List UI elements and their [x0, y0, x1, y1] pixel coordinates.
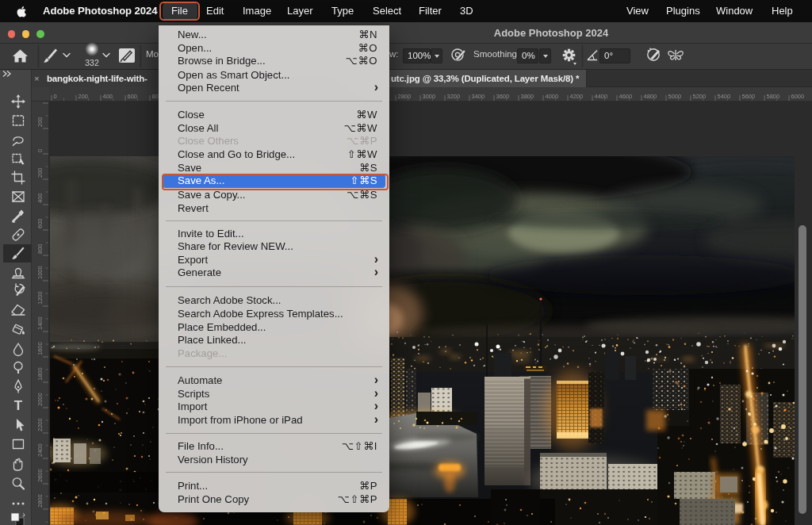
svg-text:2600: 2600 — [36, 469, 44, 482]
svg-text:4800: 4800 — [644, 93, 657, 100]
svg-text:1600: 1600 — [36, 342, 44, 355]
svg-text:5200: 5200 — [693, 93, 707, 100]
svg-text:2200: 2200 — [36, 418, 44, 431]
svg-text:1400: 1400 — [36, 316, 44, 330]
svg-text:4000: 4000 — [546, 93, 559, 100]
svg-text:T: T — [14, 398, 23, 413]
svg-text:5000: 5000 — [668, 93, 682, 100]
svg-text:4600: 4600 — [619, 93, 633, 100]
svg-text:1000: 1000 — [36, 266, 44, 279]
svg-text:1200: 1200 — [36, 291, 44, 305]
svg-text:0: 0 — [36, 149, 44, 152]
svg-text:200: 200 — [36, 117, 44, 127]
svg-text:600: 600 — [36, 218, 44, 228]
svg-text:200: 200 — [79, 93, 89, 100]
svg-text:2800: 2800 — [398, 93, 412, 100]
svg-text:600: 600 — [128, 93, 138, 100]
svg-text:3400: 3400 — [472, 93, 485, 100]
svg-text:3000: 3000 — [423, 93, 436, 100]
svg-text:800: 800 — [36, 243, 44, 254]
svg-text:400: 400 — [103, 93, 113, 100]
svg-text:0: 0 — [54, 93, 57, 100]
svg-text:2400: 2400 — [36, 443, 44, 457]
svg-text:5400: 5400 — [718, 93, 731, 100]
svg-text:2800: 2800 — [36, 494, 44, 508]
svg-text:6000: 6000 — [791, 93, 805, 100]
svg-text:1800: 1800 — [36, 367, 44, 381]
svg-text:400: 400 — [36, 193, 44, 203]
svg-text:4400: 4400 — [595, 93, 608, 100]
svg-text:5600: 5600 — [742, 93, 756, 100]
svg-text:5800: 5800 — [767, 93, 780, 100]
svg-text:200: 200 — [36, 167, 44, 178]
svg-text:3600: 3600 — [496, 93, 510, 100]
svg-text:3800: 3800 — [521, 93, 534, 100]
svg-text:2000: 2000 — [36, 393, 44, 406]
svg-text:3200: 3200 — [447, 93, 461, 100]
svg-text:4200: 4200 — [570, 93, 584, 100]
